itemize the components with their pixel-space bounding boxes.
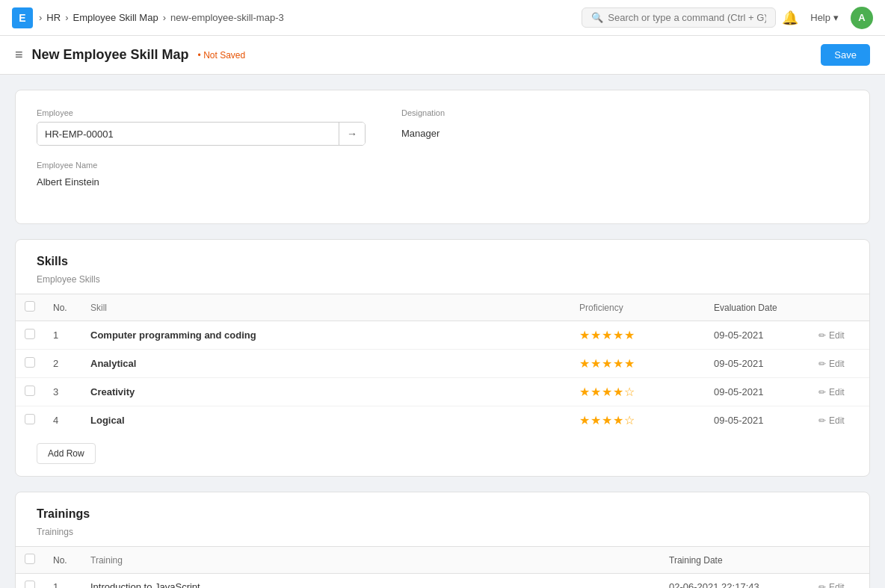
skills-row-checkbox-cell xyxy=(16,350,44,378)
skills-row-checkbox[interactable] xyxy=(25,357,35,368)
breadcrumb-sep-2: › xyxy=(163,12,166,23)
skills-row-checkbox[interactable] xyxy=(25,329,35,339)
skills-edit-button[interactable]: ✏ Edit xyxy=(818,330,845,341)
skills-row-no: 2 xyxy=(44,350,81,378)
trainings-section-card: Trainings Trainings No. Training Trainin… xyxy=(15,492,870,588)
trainings-col-date-header: Training Date xyxy=(660,547,810,574)
help-chevron-icon: ▾ xyxy=(833,12,839,23)
edit-icon: ✏ xyxy=(818,330,826,341)
save-button[interactable]: Save xyxy=(821,44,870,66)
designation-value: Manager xyxy=(401,122,445,145)
skills-row-stars: ★★★★★ xyxy=(579,357,635,370)
skills-col-no-header: No. xyxy=(44,294,81,321)
edit-label: Edit xyxy=(829,387,845,397)
skills-row-no: 4 xyxy=(44,406,81,435)
trainings-row-date: 02-06-2021 22:17:43 xyxy=(660,574,810,589)
skills-sublabel: Employee Skills xyxy=(16,268,869,294)
employee-name-group: Employee Name Albert Einstein xyxy=(37,159,366,194)
employee-input[interactable] xyxy=(37,123,339,145)
trainings-select-all-checkbox[interactable] xyxy=(25,554,35,564)
skills-row-skill: Computer programming and coding xyxy=(81,321,570,350)
top-navigation: E › HR › Employee Skill Map › new-employ… xyxy=(0,0,885,36)
designation-field-group: Designation Manager xyxy=(401,108,445,194)
employee-link-icon[interactable]: → xyxy=(339,123,365,145)
trainings-table-body: 1 Introduction to JavaScript 02-06-2021 … xyxy=(16,574,869,589)
trainings-sublabel: Trainings xyxy=(16,521,869,546)
skills-row-date: 09-05-2021 xyxy=(705,378,810,406)
edit-label: Edit xyxy=(829,359,845,369)
skills-heading: Skills xyxy=(16,240,869,268)
skills-table-body: 1 Computer programming and coding ★★★★★ … xyxy=(16,321,869,435)
employee-form-row: Employee → Employee Name Albert Einstein… xyxy=(37,108,848,194)
skills-edit-button[interactable]: ✏ Edit xyxy=(818,415,845,426)
trainings-table-header: No. Training Training Date xyxy=(16,547,869,574)
trainings-row-checkbox-cell xyxy=(16,574,44,589)
skills-table-row: 2 Analytical ★★★★★ 09-05-2021 ✏ Edit xyxy=(16,350,869,378)
trainings-col-check-header xyxy=(16,547,44,574)
trainings-col-action-header xyxy=(810,547,869,574)
skills-row-checkbox-cell xyxy=(16,378,44,406)
search-icon: 🔍 xyxy=(591,12,603,23)
employee-input-wrapper[interactable]: → xyxy=(37,122,366,146)
employee-name-value: Albert Einstein xyxy=(37,170,366,194)
help-menu[interactable]: Help ▾ xyxy=(810,12,839,23)
breadcrumb-skill-map[interactable]: Employee Skill Map xyxy=(73,12,158,23)
skills-row-proficiency: ★★★★★ xyxy=(570,350,705,378)
employee-label: Employee xyxy=(37,108,366,117)
skills-select-all-checkbox[interactable] xyxy=(25,301,35,312)
search-input[interactable] xyxy=(608,12,766,23)
search-bar[interactable]: 🔍 xyxy=(582,7,776,28)
skills-table-row: 3 Creativity ★★★★☆ 09-05-2021 ✏ Edit xyxy=(16,378,869,406)
not-saved-badge: • Not Saved xyxy=(198,50,246,61)
trainings-col-training-header: Training xyxy=(81,547,660,574)
trainings-heading: Trainings xyxy=(16,492,869,521)
skills-edit-button[interactable]: ✏ Edit xyxy=(818,387,845,397)
skills-row-skill: Analytical xyxy=(81,350,570,378)
skills-col-skill-header: Skill xyxy=(81,294,570,321)
main-content: Employee → Employee Name Albert Einstein… xyxy=(0,75,885,588)
skills-row-action: ✏ Edit xyxy=(810,350,869,378)
breadcrumb-sep-1: › xyxy=(65,12,68,23)
edit-icon: ✏ xyxy=(818,582,826,589)
skills-row-date: 09-05-2021 xyxy=(705,321,810,350)
skills-add-row-button[interactable]: Add Row xyxy=(37,443,96,464)
app-logo[interactable]: E xyxy=(12,7,33,28)
trainings-row-checkbox[interactable] xyxy=(25,581,35,588)
page-title: New Employee Skill Map xyxy=(32,47,189,63)
skills-row-stars: ★★★★☆ xyxy=(579,386,635,398)
breadcrumb-current: new-employee-skill-map-3 xyxy=(170,12,284,23)
skills-col-check-header xyxy=(16,294,44,321)
skills-row-checkbox-cell xyxy=(16,406,44,435)
skills-row-skill: Creativity xyxy=(81,378,570,406)
menu-icon[interactable]: ≡ xyxy=(15,47,23,63)
skills-row-action: ✏ Edit xyxy=(810,378,869,406)
trainings-edit-button[interactable]: ✏ Edit xyxy=(818,582,845,589)
edit-label: Edit xyxy=(829,582,845,589)
edit-icon: ✏ xyxy=(818,415,826,426)
skills-row-proficiency: ★★★★★ xyxy=(570,321,705,350)
skills-row-checkbox[interactable] xyxy=(25,386,35,396)
skills-row-date: 09-05-2021 xyxy=(705,406,810,435)
avatar[interactable]: A xyxy=(851,7,873,29)
trainings-row-no: 1 xyxy=(44,574,81,589)
skills-col-action-header xyxy=(810,294,869,321)
edit-icon: ✏ xyxy=(818,359,826,369)
skills-row-stars: ★★★★☆ xyxy=(579,414,635,427)
skills-row-checkbox[interactable] xyxy=(25,414,35,424)
skills-col-date-header: Evaluation Date xyxy=(705,294,810,321)
trainings-row-training: Introduction to JavaScript xyxy=(81,574,660,589)
trainings-col-no-header: No. xyxy=(44,547,81,574)
skills-row-checkbox-cell xyxy=(16,321,44,350)
skills-table: No. Skill Proficiency Evaluation Date 1 … xyxy=(16,294,869,434)
skills-row-proficiency: ★★★★☆ xyxy=(570,378,705,406)
edit-label: Edit xyxy=(829,330,845,341)
skills-row-action: ✏ Edit xyxy=(810,321,869,350)
skills-row-date: 09-05-2021 xyxy=(705,350,810,378)
breadcrumb-hr[interactable]: HR xyxy=(46,12,61,23)
skills-col-proficiency-header: Proficiency xyxy=(570,294,705,321)
notification-bell-icon[interactable]: 🔔 xyxy=(782,10,798,26)
skills-row-stars: ★★★★★ xyxy=(579,329,635,341)
employee-field-group: Employee → Employee Name Albert Einstein xyxy=(37,108,366,194)
skills-row-proficiency: ★★★★☆ xyxy=(570,406,705,435)
skills-edit-button[interactable]: ✏ Edit xyxy=(818,359,845,369)
